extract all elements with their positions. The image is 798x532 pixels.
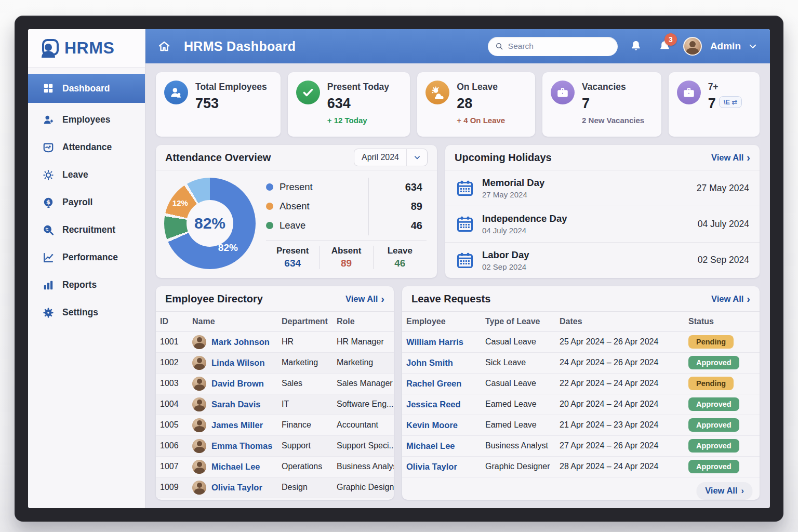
stat-delta: + 4 On Leave <box>457 116 505 125</box>
table-row[interactable]: William HarrisCasual Leave25 Apr 2024 – … <box>402 331 760 352</box>
legend-dot <box>266 222 273 229</box>
table-row[interactable]: John SmithSick Leave24 Apr 2024 – 26 Apr… <box>402 352 760 373</box>
search-input[interactable] <box>508 42 610 51</box>
employee-name-link[interactable]: William Harris <box>406 337 463 347</box>
employee-name-link[interactable]: Jessica Reed <box>406 400 461 409</box>
sidebar-item-label: Leave <box>62 169 88 180</box>
stat-title: Vacancies <box>582 82 644 92</box>
employee-name-link[interactable]: Michael Lee <box>406 441 455 450</box>
status-badge: Approved <box>688 418 739 432</box>
employee-name-link[interactable]: Olivia Taylor <box>406 462 457 471</box>
stat-value: 28 <box>457 96 505 112</box>
employee-name-link[interactable]: John Smith <box>406 358 453 367</box>
employee-name-link[interactable]: Rachel Green <box>406 379 461 388</box>
leave-sun-icon <box>43 169 54 181</box>
sidebar-item-leave[interactable]: Leave <box>28 161 145 189</box>
table-row[interactable]: 1009Olivia TaylorDesignGraphic Designer <box>156 477 394 498</box>
dashboard-grid-icon <box>43 83 54 94</box>
sidebar-item-performance[interactable]: Performance <box>28 244 145 271</box>
employee-directory-table: ID Name Department Role 1001Mark Johnson… <box>156 312 394 498</box>
leave-requests-table: Employee Type of Leave Dates Status Will… <box>402 312 760 477</box>
leave-requests-view-all-link[interactable]: View All› <box>711 294 750 304</box>
employee-name-link[interactable]: Mark Johnson <box>211 337 270 347</box>
user-menu-chevron-down-icon[interactable] <box>748 42 757 51</box>
table-row[interactable]: 1005James MillerFinanceAccountant <box>156 415 394 435</box>
stat-tag-chip: \E ⇄ <box>719 96 742 108</box>
chevron-right-icon: › <box>741 486 744 496</box>
sidebar-item-payroll[interactable]: $ Payroll <box>28 189 145 216</box>
table-row[interactable]: 1001Mark JohnsonHRHR Manager <box>156 331 394 352</box>
holiday-name: Labor Day <box>482 249 529 261</box>
avatar <box>192 460 206 474</box>
table-row[interactable]: 1007Michael LeeOperationsBusiness Analys… <box>156 456 394 477</box>
table-row[interactable]: Michael LeeBusiness Analyst27 Apr 2024 –… <box>402 435 760 456</box>
avatar <box>192 397 206 411</box>
status-badge: Pending <box>688 377 734 390</box>
sidebar-item-recruitment[interactable]: Recruitment <box>28 216 145 244</box>
employee-name-link[interactable]: Kevin Moore <box>406 420 458 430</box>
users-icon <box>164 81 188 104</box>
employee-name-link[interactable]: Michael Lee <box>211 462 260 472</box>
notification-badge: 3 <box>664 33 677 46</box>
employee-name-link[interactable]: David Brown <box>211 379 264 389</box>
stat-card-present-today: Present Today 634 + 12 Today <box>288 72 410 137</box>
employee-name-link[interactable]: Linda Wilson <box>211 358 265 368</box>
holiday-row: Labor Day 02 Sep 2024 02 Sep 2024 <box>445 242 760 278</box>
stat-value: 753 <box>195 96 267 112</box>
period-dropdown[interactable]: April 2024 <box>354 149 428 166</box>
notifications-bell-button[interactable] <box>625 35 647 57</box>
table-row[interactable]: 1006Emma ThomasSupportSupport Speci... <box>156 435 394 456</box>
panel-title: Upcoming Holidays <box>455 152 552 164</box>
leave-requests-footer-view-all-button[interactable]: View All› <box>697 482 752 499</box>
stat-title: Total Employees <box>195 82 267 92</box>
table-row[interactable]: Olivia TaylorGraphic Designer28 Apr 2024… <box>402 456 760 477</box>
column-header-status: Status <box>684 312 760 331</box>
summary-leave: Leave 46 <box>373 246 427 269</box>
table-row[interactable]: 1004Sarah DavisITSoftware Eng... <box>156 394 394 415</box>
donut-hole: 82% <box>187 200 233 247</box>
employee-name-link[interactable]: Olivia Taylor <box>211 483 262 493</box>
stat-delta: + 12 Today <box>327 116 389 125</box>
table-row[interactable]: 1002Linda WilsonMarketingMarketingMarket… <box>156 352 394 373</box>
briefcase-icon <box>677 81 701 104</box>
employee-name-link[interactable]: James Miller <box>211 420 263 430</box>
stat-card-vacancies: Vacancies 7 2 New Vacancies <box>542 72 661 137</box>
table-row[interactable]: Rachel GreenCasual Leave22 Apr 2024 – 24… <box>402 373 760 394</box>
legend-item-present: Present <box>266 178 368 197</box>
employee-name-link[interactable]: Sarah Davis <box>211 400 260 409</box>
calendar-icon <box>456 179 474 197</box>
holiday-date: 04 July 2024 <box>698 219 749 230</box>
middle-row: Attendance Overview April 2024 <box>156 145 760 278</box>
sidebar-item-reports[interactable]: Reports <box>28 271 145 299</box>
table-row[interactable]: Jessica ReedEamed Leave20 Apr 2024 – 24 … <box>402 394 760 415</box>
donut-slice-label-present: 82% <box>218 242 238 254</box>
sidebar-nav: Dashboard Employees Attendance <box>28 68 145 326</box>
status-badge: Approved <box>688 356 739 369</box>
sidebar-item-attendance[interactable]: Attendance <box>28 134 145 161</box>
calendar-icon <box>456 215 474 233</box>
search-box[interactable] <box>488 37 618 56</box>
performance-trend-icon <box>43 252 54 263</box>
status-badge: Approved <box>688 460 739 473</box>
status-badge: Pending <box>688 335 734 349</box>
holiday-date-sub: 04 July 2024 <box>482 226 567 235</box>
table-row[interactable]: Kevin MooreEamed Leave21 Apr 2024 – 23 A… <box>402 415 760 435</box>
stat-title: On Leave <box>457 82 505 92</box>
employee-name-link[interactable]: Emma Thomas <box>211 441 272 451</box>
directory-view-all-link[interactable]: View All› <box>345 294 384 304</box>
sidebar-item-employees[interactable]: Employees <box>28 106 145 134</box>
main-area: HRMS Dashboard 3 Admin <box>145 29 770 508</box>
table-row[interactable]: 1003David BrownSalesSales Manager <box>156 373 394 394</box>
check-circle-icon <box>296 81 320 104</box>
alerts-bell-button[interactable]: 3 <box>654 35 676 57</box>
stats-row: Total Employees 753 Present Today 634 + … <box>156 72 760 137</box>
status-badge: Approved <box>688 439 739 453</box>
sidebar-item-label: Employees <box>62 114 110 125</box>
user-avatar[interactable] <box>683 37 702 56</box>
hrms-app-window: HRMS Dashboard Employees <box>28 29 770 508</box>
column-header-employee: Employee <box>402 312 481 331</box>
home-icon[interactable] <box>158 40 170 52</box>
sidebar-item-dashboard[interactable]: Dashboard <box>28 74 145 103</box>
sidebar-item-settings[interactable]: Settings <box>28 299 145 326</box>
holidays-view-all-link[interactable]: View All› <box>711 152 750 163</box>
